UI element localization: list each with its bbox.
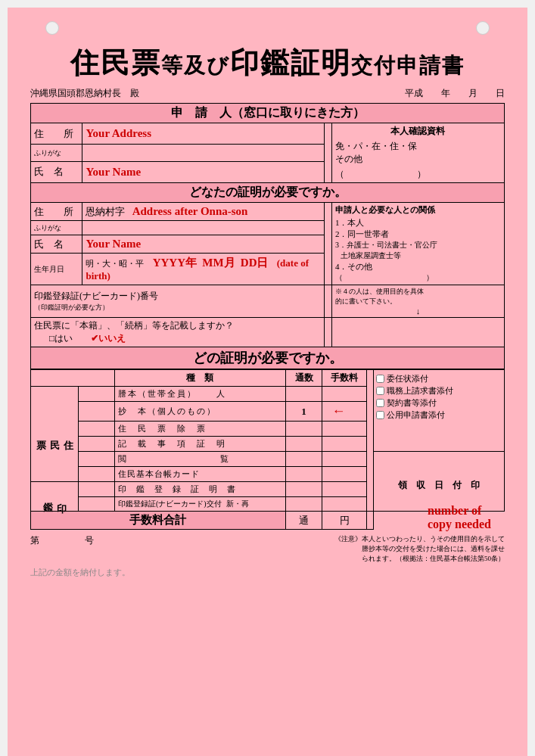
row4-empty bbox=[79, 437, 115, 452]
section2-header-row: どなたの証明が必要ですか。 bbox=[31, 183, 505, 203]
birth-era: 明・大・昭・平 bbox=[86, 259, 144, 268]
section3-header-row: どの証明が必要ですか。 bbox=[31, 347, 505, 369]
honkoseki-yes: □はい bbox=[49, 333, 73, 344]
checkbox4-label: 公用申請書添付 bbox=[387, 409, 445, 421]
row4-type: 記 載 事 項 証 明 bbox=[114, 437, 285, 452]
address-row: 住 所 Your Address 本人確認資料 免・パ・在・住・保その他 （ ） bbox=[31, 123, 505, 145]
row8-count bbox=[285, 497, 322, 512]
row7-type: 印 鑑 登 録 証 明 書 bbox=[114, 482, 285, 497]
section1-header-row: 申 請 人（窓口に取りにきた方） bbox=[31, 104, 505, 123]
honkoseki-row: 住民票に「本籍」、「続柄」等を記載しますか？ □はい ✔いいえ bbox=[31, 318, 505, 347]
row1-count bbox=[285, 387, 322, 402]
birth-value: 明・大・昭・平 YYYY年 MM月 DD日 (date of birth) bbox=[82, 254, 324, 285]
section2-header: どなたの証明が必要ですか。 bbox=[31, 183, 505, 203]
furigana2-label: ふりがな bbox=[31, 221, 82, 235]
checkbox-cell: 委任状添付 職務上請求書添付 契約書等添付 公用申請書添付 bbox=[374, 370, 505, 452]
total-yen: 円 bbox=[322, 512, 367, 530]
birth-month: MM月 bbox=[202, 257, 235, 269]
relation-4-note: （ ） bbox=[335, 272, 501, 283]
row8-type: 印鑑登録証(ナビーカード)交付 新・再 bbox=[114, 497, 285, 512]
name2-value: Your Name bbox=[82, 235, 324, 253]
checkbox1-label: 委任状添付 bbox=[387, 373, 428, 384]
relation-4: 4．その他 bbox=[335, 261, 501, 272]
col-type-header: 種 類 bbox=[114, 370, 285, 387]
row5-type: 閲 覧 bbox=[114, 452, 285, 467]
row4-count bbox=[285, 437, 322, 452]
checkbox3[interactable] bbox=[376, 399, 384, 407]
inkan-divider bbox=[324, 285, 331, 318]
relation-label: 申請人と必要な人との関係 bbox=[335, 204, 501, 216]
relation-2: 2．同一世帯者 bbox=[335, 229, 501, 240]
row6-empty bbox=[79, 467, 115, 482]
checkbox2[interactable] bbox=[376, 387, 384, 395]
row3-empty bbox=[79, 422, 115, 437]
section3-header: どの証明が必要ですか。 bbox=[31, 347, 505, 369]
honkoseki-divider bbox=[324, 318, 331, 347]
name1-value: Your Name bbox=[82, 161, 324, 182]
row8-empty bbox=[79, 497, 115, 512]
row7-empty bbox=[79, 482, 115, 497]
row5-fee bbox=[322, 452, 367, 467]
honkoseki-check: ✔いいえ bbox=[91, 333, 126, 344]
birth-year: YYYY年 bbox=[153, 257, 197, 269]
checkbox3-item: 契約書等添付 bbox=[376, 397, 502, 409]
row8-fee bbox=[322, 497, 367, 512]
title-jumin: 住民票 bbox=[70, 47, 161, 79]
birth-label: 生年月日 bbox=[31, 254, 82, 285]
row3-count bbox=[285, 422, 322, 437]
inkan-cell: 印鑑登録証(ナビーカード)番号 （印鑑証明が必要な方） bbox=[31, 285, 325, 318]
address-label: 住 所 bbox=[31, 123, 82, 145]
total-right bbox=[367, 512, 374, 530]
footer-note: 《注意》本人といつわったり、うその使用目的を示して謄抄本等の交付を受けた場合には… bbox=[334, 534, 505, 564]
honkoseki-right bbox=[331, 318, 504, 347]
row1-empty bbox=[79, 387, 115, 402]
section1-header: 申 請 人（窓口に取りにきた方） bbox=[31, 104, 505, 123]
total-row: 手数料合計 通 円 bbox=[31, 512, 505, 530]
row5-count bbox=[285, 452, 322, 467]
checkbox4-item: 公用申請書添付 bbox=[376, 409, 502, 421]
form-wrapper: 申 請 人（窓口に取りにきた方） 住 所 Your Address 本人確認資料… bbox=[30, 103, 505, 578]
checkbox1-item: 委任状添付 bbox=[376, 373, 502, 384]
birth-day: DD日 bbox=[241, 257, 269, 269]
main-table: 申 請 人（窓口に取りにきた方） 住 所 Your Address 本人確認資料… bbox=[30, 103, 505, 369]
name1-annotation: Your Name bbox=[86, 166, 141, 178]
inkan-label: 印鑑登録証(ナビーカード)番号 bbox=[34, 290, 321, 303]
row2-count: 1 bbox=[285, 402, 322, 422]
title-kofu: 交付申請書 bbox=[351, 54, 465, 77]
address2-row: 住 所 恩納村字 Address after Onna-son 申請人と必要な人… bbox=[31, 203, 505, 221]
row6-count bbox=[285, 467, 322, 482]
address2-label: 住 所 bbox=[31, 203, 82, 221]
row7-count bbox=[285, 482, 322, 497]
checkbox1[interactable] bbox=[376, 375, 384, 383]
relation-divider bbox=[324, 203, 331, 285]
furigana1-label: ふりがな bbox=[31, 145, 82, 161]
address2-value: 恩納村字 Address after Onna-son bbox=[82, 203, 324, 221]
checkbox4[interactable] bbox=[376, 411, 384, 419]
inkan-arrow: ↓ bbox=[335, 306, 501, 316]
hole-left bbox=[45, 21, 59, 35]
row5: 閲 覧 領 収 日 付 印 bbox=[31, 452, 505, 467]
inkan-label2: 印鑑 bbox=[31, 482, 79, 512]
row2-fee: ← bbox=[322, 402, 367, 422]
header-right: 平成 年 月 日 bbox=[405, 87, 505, 100]
relation-3: 3．弁護士・司法書士・官公庁 土地家屋調査士等 bbox=[335, 240, 501, 261]
ryoshu-cell: 領 収 日 付 印 bbox=[374, 452, 505, 512]
row6-type: 住民基本台帳カード bbox=[114, 467, 285, 482]
col-count-header: 通数 bbox=[285, 370, 322, 387]
col-empty bbox=[31, 370, 115, 387]
jumin-label: 住民票 bbox=[31, 387, 79, 482]
identity-doc-paren: （ ） bbox=[335, 168, 501, 181]
title-tobi: 等及び bbox=[161, 54, 230, 77]
inkan-note-cell: ※４の人は、使用目的を具体的に書いて下さい。 ↓ bbox=[331, 285, 504, 318]
footer-left: 第 号 bbox=[30, 534, 94, 564]
row2-empty bbox=[79, 402, 115, 422]
total-count: 通 bbox=[285, 512, 322, 530]
row8-note: 新・再 bbox=[226, 499, 249, 508]
row6-fee bbox=[322, 467, 367, 482]
address-annotation: Your Address bbox=[86, 127, 151, 139]
address2-onna: 恩納村字 bbox=[86, 206, 125, 217]
row3-fee bbox=[322, 422, 367, 437]
relation-cell: 申請人と必要な人との関係 1．本人 2．同一世帯者 3．弁護士・司法書士・官公庁… bbox=[331, 203, 504, 285]
header-row: 沖縄県国頭郡恩納村長 殿 平成 年 月 日 bbox=[30, 87, 505, 100]
honkoseki-question: 住民票に「本籍」、「続柄」等を記載しますか？ bbox=[34, 320, 234, 331]
